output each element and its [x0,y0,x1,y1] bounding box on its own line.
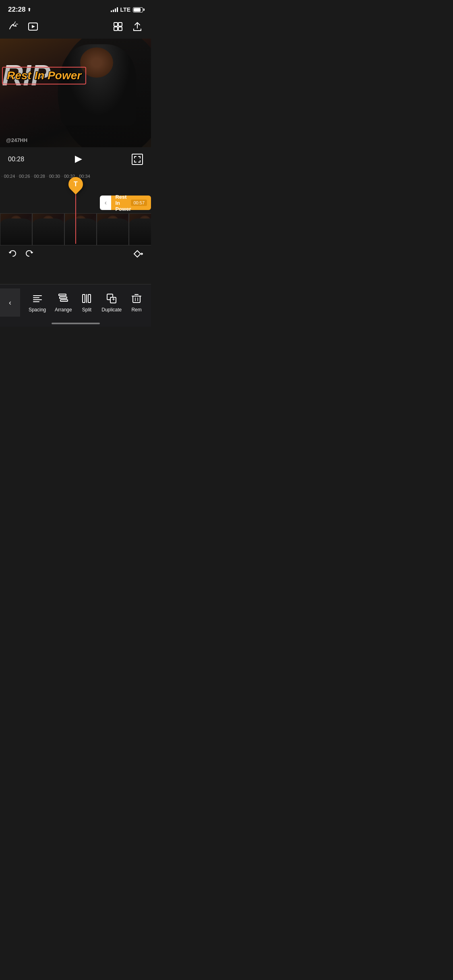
back-arrow-icon: ‹ [9,299,11,307]
svg-marker-6 [134,251,141,257]
split-visual-icon [82,294,91,303]
storyboard-icon[interactable] [112,21,124,35]
thumb-figure [0,218,32,245]
thumbnail-4 [97,213,129,245]
status-time: 22:28 ⬆ [8,6,31,14]
back-to-main-button[interactable]: ‹ [0,288,20,317]
svg-rect-5 [118,27,122,31]
arrange-icon [57,292,69,305]
clip-label: Rest In Power [115,194,131,212]
status-right: LTE [111,6,143,13]
clip-body[interactable]: Rest In Power 00:57 [111,196,151,210]
ruler-ts-3: 00:28 [34,174,45,179]
ruler-ts-4: 00:30 [49,174,60,179]
ruler-dot: • [2,175,2,177]
text-overlay-box[interactable]: Rest In Power [2,67,86,84]
export-icon[interactable] [132,21,143,35]
ruler-ts-2: 00:26 [19,174,30,179]
split-label: Split [82,307,91,313]
video-preview: RIP Rest In Power @247HH [0,39,151,147]
arrange-tool[interactable]: Arrange [55,292,72,313]
ruler-dot: • [62,175,62,177]
bottom-toolbar: ‹ Spacing Arra [0,284,151,327]
svg-rect-3 [118,23,122,26]
redo-button[interactable] [25,249,34,260]
remove-label: Rem [131,307,141,313]
fullscreen-button[interactable] [132,154,143,165]
location-icon: ⬆ [27,7,31,12]
thumbnail-2 [32,213,64,245]
toolbar-left [8,21,39,35]
thumb-figure [97,218,128,245]
split-tool[interactable]: Split [81,292,93,313]
thumb-figure [33,218,64,245]
clip-duration: 00:57 [131,200,147,206]
watermark: @247HH [6,137,27,143]
signal-bars [111,7,118,12]
ruler-ts-1: 00:24 [4,174,15,179]
duplicate-visual-icon: + [107,294,116,303]
remove-icon [130,292,143,305]
arrange-label: Arrange [55,307,72,313]
rest-in-power-overlay: Rest In Power [7,69,81,82]
spacing-tool[interactable]: Spacing [29,292,46,313]
svg-rect-2 [114,23,118,26]
battery-indicator [133,7,143,12]
tool-items: Spacing Arrange Split [20,292,151,313]
home-indicator [52,323,100,324]
magic-icon[interactable] [8,21,19,35]
arrange-layers-icon [58,294,68,303]
battery-fill [134,8,141,12]
split-icon [81,292,93,305]
preview-icon[interactable] [27,21,39,35]
svg-rect-7 [133,296,140,303]
time-display: 00:28 [8,156,24,163]
status-bar: 22:28 ⬆ LTE [0,0,151,17]
duplicate-icon: + [105,292,118,305]
ruler-dot: • [32,175,33,177]
undo-redo-bar [0,245,151,264]
spacing-label: Spacing [29,307,46,313]
pin-line [75,191,76,244]
thumbnail-1 [0,213,32,245]
keyframe-button[interactable] [132,249,143,260]
video-background: RIP Rest In Power @247HH [0,39,151,147]
clip-arrow-icon: ‹ [105,199,107,206]
timeline-tracks: T ‹ Rest In Power 00:57 [0,181,151,245]
undo-button[interactable] [8,249,17,260]
ruler-dot: • [17,175,17,177]
play-triangle-icon [75,156,82,163]
svg-marker-1 [32,25,35,28]
undo-redo-left [8,249,34,260]
playhead-pin[interactable]: T [68,177,83,244]
playback-controls: 00:28 [0,147,151,171]
spacing-icon [31,292,43,305]
spacing-lines-icon [33,295,42,302]
play-button[interactable] [71,152,85,167]
remove-tool[interactable]: Rem [130,292,143,313]
pin-t-icon: T [74,181,78,188]
clip-handle-left[interactable]: ‹ [100,196,111,210]
toolbar-right [112,21,143,35]
duplicate-tool[interactable]: + Duplicate [101,292,122,313]
svg-rect-4 [114,27,118,31]
pin-head: T [65,174,86,195]
main-toolbar [0,17,151,39]
time-display: 22:28 [8,6,25,14]
duplicate-plus-icon: + [112,297,115,302]
duplicate-label: Duplicate [101,307,122,313]
thumb-figure [129,218,151,245]
lte-indicator: LTE [120,6,130,13]
ruler-dot: • [47,175,48,177]
thumbnail-5 [129,213,151,245]
